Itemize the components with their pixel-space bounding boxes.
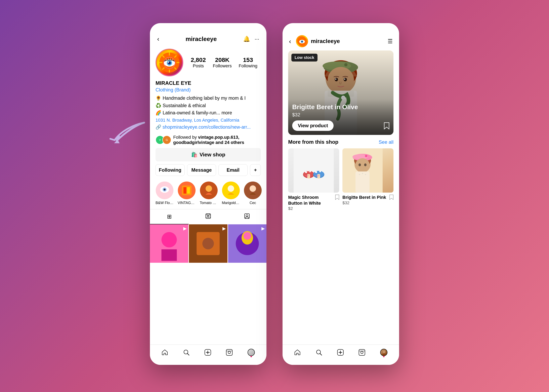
stats-row: 2,802 Posts 208K Followers 153 Following — [187, 56, 261, 69]
avatar-ring — [156, 49, 183, 76]
hamburger-menu[interactable]: ☰ — [388, 38, 393, 45]
view-product-button[interactable]: View product — [292, 120, 334, 131]
svg-point-27 — [164, 189, 166, 191]
avatar-image — [157, 50, 182, 75]
posts-stat[interactable]: 2,802 Posts — [191, 56, 206, 69]
action-buttons: Following Message Email + — [150, 164, 266, 180]
svg-point-88 — [305, 171, 307, 173]
item-name-2: Brigitte Beret in Pink — [342, 195, 386, 200]
grid-icon: ⊞ — [167, 213, 172, 220]
svg-rect-38 — [206, 214, 211, 218]
story-label-5: Cec — [250, 201, 256, 205]
story-avatar-3 — [200, 182, 218, 199]
story-item-3[interactable]: Tomato Stri... — [200, 182, 218, 205]
profile-username: miracleeye — [186, 35, 217, 42]
see-all-button[interactable]: See all — [379, 139, 393, 145]
story-label-1: B&W Flower — [156, 201, 174, 205]
grid-tab[interactable]: ⊞ — [150, 209, 189, 224]
svg-text:G: G — [166, 138, 168, 141]
more-title: More from this shop — [288, 139, 338, 145]
svg-point-37 — [250, 185, 256, 192]
left-phone: ‹ miracleeye 🔔 ··· — [150, 23, 266, 365]
bio-line-3: 🌈 Latina-owned & family-run... more — [156, 109, 261, 116]
link-icon: 🔗 — [156, 125, 161, 130]
followed-by-text: Followed by vintage.pop.up.613, goodbadg… — [173, 135, 261, 145]
svg-point-90 — [307, 170, 309, 171]
view-shop-button[interactable]: 🛍️ View shop — [156, 148, 261, 161]
bio-address[interactable]: 1031 N. Broadway, Los Angeles, Californi… — [156, 118, 261, 123]
bookmark-button[interactable] — [384, 122, 389, 131]
story-item-2[interactable]: VINTAGE S... — [178, 182, 196, 205]
right-nav-home[interactable] — [294, 349, 301, 356]
right-phone: ‹ miracleeye ☰ Low s — [283, 23, 399, 365]
grid-cell-1[interactable]: ▶ — [150, 224, 188, 263]
svg-text:V: V — [159, 138, 161, 141]
product-price: $32 — [292, 112, 389, 118]
right-nav-profile[interactable] — [380, 349, 387, 356]
svg-rect-29 — [182, 186, 192, 195]
right-nav-reels[interactable] — [359, 349, 365, 356]
product-title: Brigitte Beret in Olive — [292, 103, 389, 111]
svg-rect-111 — [342, 148, 383, 193]
story-avatar-5 — [244, 182, 262, 199]
header-icons: 🔔 ··· — [243, 35, 259, 42]
item-name-1: Magic Shroom Button in White — [288, 195, 334, 206]
following-stat[interactable]: 153 Following — [239, 56, 257, 69]
add-person-button[interactable]: + — [250, 164, 261, 176]
story-item-1[interactable]: B&W Flower — [156, 182, 174, 205]
video-play-icon: ▶ — [183, 226, 187, 231]
account-name: MIRACLE EYE — [156, 80, 261, 86]
nav-home[interactable] — [162, 349, 168, 356]
story-label-2: VINTAGE S... — [178, 201, 196, 205]
grid-photos: ▶ ▶ ▶ — [150, 224, 266, 345]
following-label: Following — [239, 63, 257, 69]
right-nav-search[interactable] — [316, 349, 322, 356]
product-thumb-2[interactable] — [342, 148, 393, 193]
right-nav-add[interactable] — [337, 349, 344, 356]
followed-by: V G Followed by vintage.pop.up.613, good… — [150, 133, 266, 148]
svg-point-67 — [301, 41, 303, 42]
nav-search[interactable] — [183, 349, 189, 356]
svg-rect-31 — [187, 187, 190, 194]
more-header: More from this shop See all — [288, 139, 393, 145]
svg-point-45 — [246, 215, 248, 217]
story-item-4[interactable]: Marigold BTS — [222, 182, 240, 205]
svg-line-15 — [167, 58, 167, 60]
svg-rect-30 — [183, 187, 186, 194]
right-back-button[interactable]: ‹ — [289, 38, 291, 45]
story-item-5[interactable]: Cec — [244, 182, 262, 205]
arrow-container — [104, 118, 152, 150]
tab-bar: ⊞ — [150, 209, 266, 224]
more-icon[interactable]: ··· — [255, 36, 259, 42]
message-button[interactable]: Message — [187, 164, 216, 176]
grid-cell-2[interactable]: ▶ — [189, 224, 227, 263]
svg-line-17 — [171, 58, 172, 60]
notification-icon[interactable]: 🔔 — [243, 35, 250, 42]
product-thumb-1[interactable] — [288, 148, 339, 193]
svg-point-118 — [361, 351, 363, 354]
phones-container: ‹ miracleeye 🔔 ··· — [150, 23, 399, 365]
back-button[interactable]: ‹ — [157, 35, 159, 43]
grid-cell-3[interactable]: ▶ — [228, 224, 266, 263]
svg-point-35 — [228, 185, 234, 192]
svg-point-51 — [202, 238, 214, 249]
nav-reels[interactable] — [226, 349, 232, 356]
following-button[interactable]: Following — [156, 164, 185, 176]
story-avatar-1 — [156, 182, 174, 199]
right-bottom-nav — [283, 344, 399, 365]
nav-profile[interactable] — [248, 349, 255, 356]
email-button[interactable]: Email — [218, 164, 248, 176]
item-bookmark-1[interactable] — [335, 195, 339, 201]
posts-label: Posts — [191, 63, 206, 69]
item-bookmark-2[interactable] — [389, 195, 393, 201]
followers-stat[interactable]: 208K Followers — [213, 56, 232, 69]
nav-add[interactable] — [205, 349, 211, 356]
bio-line-2: ♻️ Sustainable & ethical — [156, 102, 261, 109]
tagged-tab[interactable] — [228, 209, 266, 224]
reels-tab[interactable] — [189, 209, 228, 224]
bio-link[interactable]: 🔗 shopmiracleyeye.com/collections/new-ar… — [156, 125, 261, 130]
left-phone-wrapper: ‹ miracleeye 🔔 ··· — [150, 23, 266, 365]
video-play-icon-2: ▶ — [222, 226, 226, 231]
svg-point-56 — [184, 350, 188, 354]
account-category[interactable]: Clothing (Brand) — [156, 87, 261, 93]
